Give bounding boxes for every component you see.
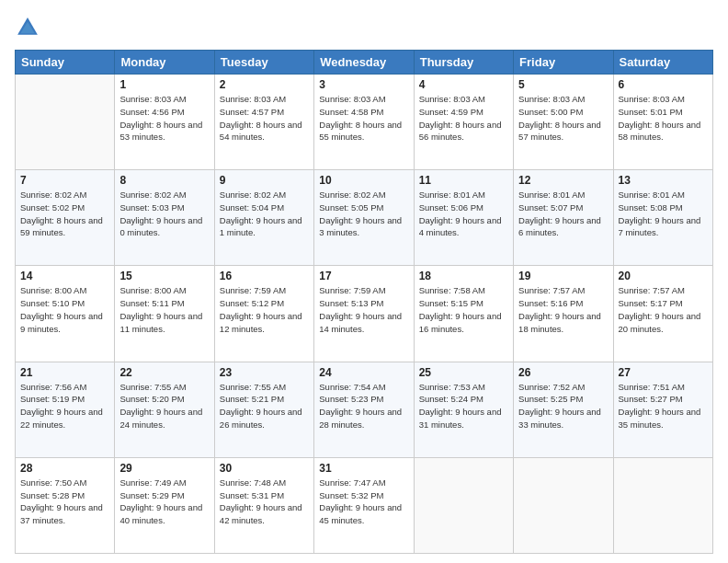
day-info: Sunrise: 8:03 AMSunset: 4:57 PMDaylight:… xyxy=(220,93,309,144)
day-number: 9 xyxy=(220,174,309,187)
day-cell: 1 Sunrise: 8:03 AMSunset: 4:56 PMDayligh… xyxy=(115,75,214,170)
day-number: 3 xyxy=(319,78,408,91)
day-info: Sunrise: 7:49 AMSunset: 5:29 PMDaylight:… xyxy=(119,477,209,527)
day-info: Sunrise: 7:59 AMSunset: 5:12 PMDaylight:… xyxy=(220,284,309,335)
day-number: 30 xyxy=(220,462,309,475)
col-friday: Friday xyxy=(514,51,613,75)
day-number: 20 xyxy=(619,270,708,282)
day-cell: 13 Sunrise: 8:01 AMSunset: 5:08 PMDaylig… xyxy=(613,170,712,266)
day-number: 17 xyxy=(319,270,408,282)
day-info: Sunrise: 8:01 AMSunset: 5:08 PMDaylight:… xyxy=(619,189,708,239)
day-info: Sunrise: 7:57 AMSunset: 5:17 PMDaylight:… xyxy=(619,284,708,335)
day-info: Sunrise: 8:01 AMSunset: 5:07 PMDaylight:… xyxy=(518,189,608,239)
day-cell: 30 Sunrise: 7:48 AMSunset: 5:31 PMDaylig… xyxy=(214,457,313,553)
week-row-4: 21 Sunrise: 7:56 AMSunset: 5:19 PMDaylig… xyxy=(16,362,713,457)
day-info: Sunrise: 7:53 AMSunset: 5:24 PMDaylight:… xyxy=(419,381,508,431)
day-info: Sunrise: 7:55 AMSunset: 5:20 PMDaylight:… xyxy=(119,381,209,431)
col-wednesday: Wednesday xyxy=(314,51,414,75)
header xyxy=(15,15,713,40)
day-info: Sunrise: 7:58 AMSunset: 5:15 PMDaylight:… xyxy=(419,284,508,335)
day-number: 7 xyxy=(20,174,109,187)
day-info: Sunrise: 7:51 AMSunset: 5:27 PMDaylight:… xyxy=(619,381,708,431)
day-info: Sunrise: 7:52 AMSunset: 5:25 PMDaylight:… xyxy=(518,381,608,431)
day-info: Sunrise: 8:02 AMSunset: 5:05 PMDaylight:… xyxy=(319,189,408,239)
day-number: 16 xyxy=(220,270,309,282)
day-info: Sunrise: 7:48 AMSunset: 5:31 PMDaylight:… xyxy=(220,477,309,527)
day-info: Sunrise: 8:03 AMSunset: 5:01 PMDaylight:… xyxy=(619,93,708,144)
day-number: 29 xyxy=(119,462,209,475)
day-info: Sunrise: 7:55 AMSunset: 5:21 PMDaylight:… xyxy=(220,381,309,431)
day-number: 18 xyxy=(419,270,508,282)
day-cell: 4 Sunrise: 8:03 AMSunset: 4:59 PMDayligh… xyxy=(414,75,513,170)
day-info: Sunrise: 8:03 AMSunset: 5:00 PMDaylight:… xyxy=(518,93,608,144)
day-number: 28 xyxy=(20,462,109,475)
day-cell: 12 Sunrise: 8:01 AMSunset: 5:07 PMDaylig… xyxy=(514,170,613,266)
day-cell xyxy=(16,75,115,170)
day-cell: 26 Sunrise: 7:52 AMSunset: 5:25 PMDaylig… xyxy=(514,362,613,457)
day-cell: 14 Sunrise: 8:00 AMSunset: 5:10 PMDaylig… xyxy=(16,266,115,362)
day-info: Sunrise: 8:01 AMSunset: 5:06 PMDaylight:… xyxy=(419,189,508,239)
day-number: 24 xyxy=(319,366,408,379)
day-cell: 24 Sunrise: 7:54 AMSunset: 5:23 PMDaylig… xyxy=(314,362,414,457)
day-cell: 31 Sunrise: 7:47 AMSunset: 5:32 PMDaylig… xyxy=(314,457,414,553)
day-info: Sunrise: 8:03 AMSunset: 4:58 PMDaylight:… xyxy=(319,93,408,144)
day-cell xyxy=(514,457,613,553)
day-number: 31 xyxy=(319,462,408,475)
logo-icon xyxy=(15,15,40,40)
day-number: 4 xyxy=(419,78,508,91)
day-cell: 16 Sunrise: 7:59 AMSunset: 5:12 PMDaylig… xyxy=(214,266,313,362)
day-number: 19 xyxy=(518,270,608,282)
day-number: 1 xyxy=(119,78,209,91)
day-number: 13 xyxy=(619,174,708,187)
day-info: Sunrise: 7:57 AMSunset: 5:16 PMDaylight:… xyxy=(518,284,608,335)
day-cell: 21 Sunrise: 7:56 AMSunset: 5:19 PMDaylig… xyxy=(16,362,115,457)
day-cell: 7 Sunrise: 8:02 AMSunset: 5:02 PMDayligh… xyxy=(16,170,115,266)
day-info: Sunrise: 7:56 AMSunset: 5:19 PMDaylight:… xyxy=(20,381,109,431)
main-container: Sunday Monday Tuesday Wednesday Thursday… xyxy=(0,0,728,563)
col-thursday: Thursday xyxy=(414,51,513,75)
day-cell: 25 Sunrise: 7:53 AMSunset: 5:24 PMDaylig… xyxy=(414,362,513,457)
day-cell xyxy=(414,457,513,553)
day-cell: 19 Sunrise: 7:57 AMSunset: 5:16 PMDaylig… xyxy=(514,266,613,362)
day-info: Sunrise: 8:03 AMSunset: 4:56 PMDaylight:… xyxy=(119,93,209,144)
day-cell: 29 Sunrise: 7:49 AMSunset: 5:29 PMDaylig… xyxy=(115,457,214,553)
day-number: 22 xyxy=(119,366,209,379)
week-row-5: 28 Sunrise: 7:50 AMSunset: 5:28 PMDaylig… xyxy=(16,457,713,553)
day-cell: 10 Sunrise: 8:02 AMSunset: 5:05 PMDaylig… xyxy=(314,170,414,266)
day-cell: 15 Sunrise: 8:00 AMSunset: 5:11 PMDaylig… xyxy=(115,266,214,362)
week-row-2: 7 Sunrise: 8:02 AMSunset: 5:02 PMDayligh… xyxy=(16,170,713,266)
col-tuesday: Tuesday xyxy=(214,51,313,75)
day-cell: 11 Sunrise: 8:01 AMSunset: 5:06 PMDaylig… xyxy=(414,170,513,266)
col-monday: Monday xyxy=(115,51,214,75)
day-info: Sunrise: 7:47 AMSunset: 5:32 PMDaylight:… xyxy=(319,477,408,527)
day-number: 21 xyxy=(20,366,109,379)
day-cell: 6 Sunrise: 8:03 AMSunset: 5:01 PMDayligh… xyxy=(613,75,712,170)
day-info: Sunrise: 8:02 AMSunset: 5:03 PMDaylight:… xyxy=(119,189,209,239)
day-number: 2 xyxy=(220,78,309,91)
day-number: 27 xyxy=(619,366,708,379)
day-info: Sunrise: 7:54 AMSunset: 5:23 PMDaylight:… xyxy=(319,381,408,431)
day-cell: 23 Sunrise: 7:55 AMSunset: 5:21 PMDaylig… xyxy=(214,362,313,457)
day-number: 5 xyxy=(518,78,608,91)
day-info: Sunrise: 8:03 AMSunset: 4:59 PMDaylight:… xyxy=(419,93,508,144)
calendar-table: Sunday Monday Tuesday Wednesday Thursday… xyxy=(15,50,713,554)
day-number: 11 xyxy=(419,174,508,187)
day-cell: 9 Sunrise: 8:02 AMSunset: 5:04 PMDayligh… xyxy=(214,170,313,266)
day-number: 8 xyxy=(119,174,209,187)
day-info: Sunrise: 8:02 AMSunset: 5:04 PMDaylight:… xyxy=(220,189,309,239)
col-saturday: Saturday xyxy=(613,51,712,75)
day-cell xyxy=(613,457,712,553)
day-cell: 2 Sunrise: 8:03 AMSunset: 4:57 PMDayligh… xyxy=(214,75,313,170)
day-cell: 18 Sunrise: 7:58 AMSunset: 5:15 PMDaylig… xyxy=(414,266,513,362)
day-info: Sunrise: 7:59 AMSunset: 5:13 PMDaylight:… xyxy=(319,284,408,335)
day-info: Sunrise: 8:00 AMSunset: 5:11 PMDaylight:… xyxy=(119,284,209,335)
header-row: Sunday Monday Tuesday Wednesday Thursday… xyxy=(16,51,713,75)
day-cell: 22 Sunrise: 7:55 AMSunset: 5:20 PMDaylig… xyxy=(115,362,214,457)
day-cell: 28 Sunrise: 7:50 AMSunset: 5:28 PMDaylig… xyxy=(16,457,115,553)
day-number: 23 xyxy=(220,366,309,379)
day-number: 15 xyxy=(119,270,209,282)
day-number: 14 xyxy=(20,270,109,282)
day-number: 10 xyxy=(319,174,408,187)
logo xyxy=(15,15,44,40)
day-info: Sunrise: 8:00 AMSunset: 5:10 PMDaylight:… xyxy=(20,284,109,335)
